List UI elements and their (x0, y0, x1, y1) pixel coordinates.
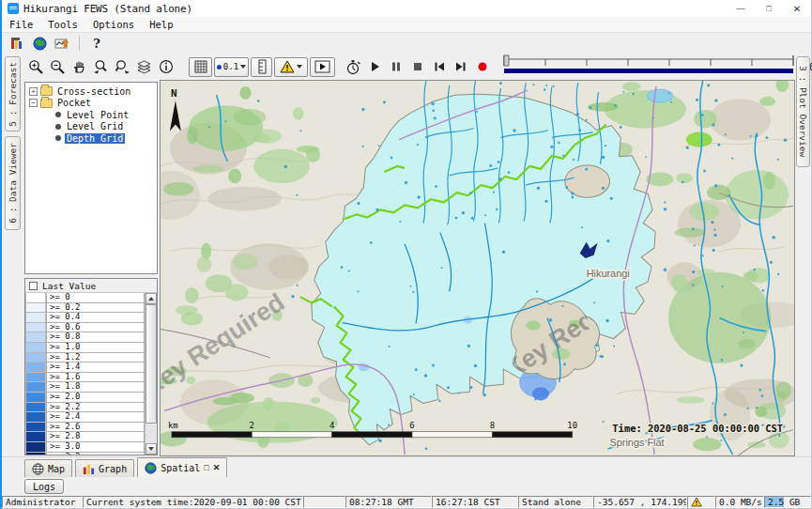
legend-row[interactable]: >= 1.6 (25, 373, 145, 383)
time-slider-thumb[interactable] (504, 55, 509, 66)
zoom-out-button[interactable] (47, 56, 69, 77)
legend-row[interactable]: >= 1.4 (25, 362, 145, 373)
expand-icon[interactable]: + (29, 87, 38, 96)
warning-dropdown[interactable] (274, 57, 308, 77)
last-value-checkbox[interactable] (29, 282, 38, 290)
bullet-icon (55, 135, 61, 141)
title-bar[interactable]: Hikurangi FEWS (Stand alone) — □ ✕ (2, 0, 811, 17)
pause-icon (390, 60, 403, 73)
legend-row[interactable]: >= 2.6 (25, 423, 145, 433)
legend-row[interactable]: >= 0.6 (25, 323, 145, 333)
left-tab-strip: 5 : Forecast 6 : Data Viewer (2, 54, 23, 456)
scrollbar-thumb[interactable] (146, 304, 157, 424)
maximize-button[interactable]: □ (755, 0, 783, 17)
tree-item-depth-grid[interactable]: Depth Grid (25, 132, 157, 145)
help-button[interactable]: ? (85, 34, 108, 53)
menu-file[interactable]: File (2, 17, 40, 32)
zoom-previous-button[interactable] (90, 56, 112, 77)
legend-row[interactable]: >= 2.8 (25, 432, 145, 442)
status-memory: 2.5 GB (764, 496, 811, 508)
legend-row[interactable]: >= 2.4 (25, 412, 145, 423)
menu-options[interactable]: Options (85, 17, 142, 32)
stop-icon (411, 60, 424, 73)
tree-item-level-point[interactable]: Level Point (25, 109, 157, 121)
status-transfer-rate: 0.0 MB/s (715, 496, 764, 508)
tree-item-label: Level Point (65, 110, 130, 120)
tab-data-viewer-label: 6 : Data Viewer (8, 143, 18, 224)
legend-color-swatch (25, 393, 46, 403)
chevron-down-icon (240, 65, 246, 69)
collapse-icon[interactable]: − (29, 99, 38, 107)
legend-row[interactable]: >= 0.8 (25, 332, 145, 343)
record-icon (476, 60, 489, 73)
movie-player-button[interactable] (310, 57, 335, 77)
previous-frame-button[interactable] (428, 56, 450, 77)
tree-item-pocket[interactable]: − Pocket (25, 98, 157, 110)
tab-restore-icon[interactable]: □ (204, 463, 208, 472)
scale-tick-label: 4 (329, 421, 334, 430)
globe-icon (145, 462, 157, 474)
bottom-tab-bar: Map Graph Spatial □ ✕ (2, 456, 811, 477)
menu-help[interactable]: Help (142, 17, 180, 32)
record-button[interactable] (471, 56, 493, 77)
status-warning-cell[interactable] (687, 496, 715, 508)
tab-data-viewer[interactable]: 6 : Data Viewer (5, 136, 21, 230)
threshold-dropdown[interactable]: 0.1 (214, 57, 249, 77)
close-button[interactable]: ✕ (783, 0, 811, 17)
grid-toggle-button[interactable] (189, 57, 212, 77)
map-view[interactable]: API Key Required (160, 80, 795, 456)
map-display-button[interactable] (28, 34, 51, 53)
status-empty-cell (303, 496, 345, 508)
legend-row[interactable]: >= 0.2 (25, 303, 145, 314)
legend-row[interactable]: >= 3.0 (25, 442, 145, 453)
spatial-display-button[interactable] (51, 34, 73, 53)
logs-button[interactable]: Logs (24, 479, 64, 494)
info-button[interactable] (155, 56, 176, 77)
scrollbar-track[interactable] (146, 304, 157, 443)
legend-row[interactable]: >= 3.2 (25, 453, 145, 455)
pan-button[interactable] (69, 56, 90, 77)
zoom-previous-icon (93, 59, 109, 75)
scroll-down-button[interactable] (146, 443, 157, 455)
time-slider[interactable] (502, 54, 795, 79)
tab-close-icon[interactable]: ✕ (213, 463, 221, 472)
legend-color-swatch (25, 382, 46, 393)
zoom-out-icon (50, 59, 66, 75)
legend-row[interactable]: >= 2.0 (25, 393, 145, 403)
time-slider-range-bar (504, 69, 793, 73)
tree-item-level-grid[interactable]: Level Grid (25, 121, 157, 133)
tab-forecast[interactable]: 5 : Forecast (5, 56, 21, 131)
legend-row[interactable]: >= 1.8 (25, 382, 145, 393)
legend-row[interactable]: >= 0 (25, 293, 145, 303)
tree-item-cross-section[interactable]: + Cross-section (25, 85, 157, 98)
legend-scrollbar[interactable] (145, 293, 157, 455)
pan-hand-icon (72, 59, 87, 74)
stop-button[interactable] (406, 56, 428, 77)
legend-row[interactable]: >= 1.2 (25, 353, 145, 363)
menu-tools[interactable]: Tools (40, 17, 85, 32)
scroll-up-button[interactable] (146, 293, 157, 304)
play-button[interactable] (363, 56, 385, 77)
tab-plot-overview[interactable]: 3 : Plot Overview (796, 56, 810, 167)
database-explorer-button[interactable] (6, 34, 28, 53)
legend-row[interactable]: >= 1.0 (25, 343, 145, 353)
tab-graph[interactable]: Graph (75, 459, 134, 477)
next-frame-button[interactable] (450, 56, 471, 77)
status-coordinates: -35.657 , 174.199 (593, 496, 687, 508)
legend-row[interactable]: >= 0.4 (25, 313, 145, 323)
zoom-next-button[interactable] (112, 56, 133, 77)
legend-color-swatch (25, 423, 46, 433)
tab-map[interactable]: Map (24, 459, 72, 477)
animation-settings-button[interactable] (342, 56, 363, 77)
tab-spatial[interactable]: Spatial □ ✕ (137, 457, 227, 477)
zoom-in-button[interactable] (25, 56, 47, 77)
legend-row[interactable]: >= 2.2 (25, 403, 145, 413)
status-mode: Stand alone (518, 496, 593, 508)
wetland-patch (686, 132, 712, 147)
ruler-icon (256, 59, 268, 74)
scale-ruler-button[interactable] (251, 57, 272, 77)
arrow-up-icon (148, 297, 154, 301)
pause-button[interactable] (385, 56, 406, 77)
minimize-button[interactable]: — (727, 0, 755, 17)
layers-button[interactable] (133, 56, 155, 77)
